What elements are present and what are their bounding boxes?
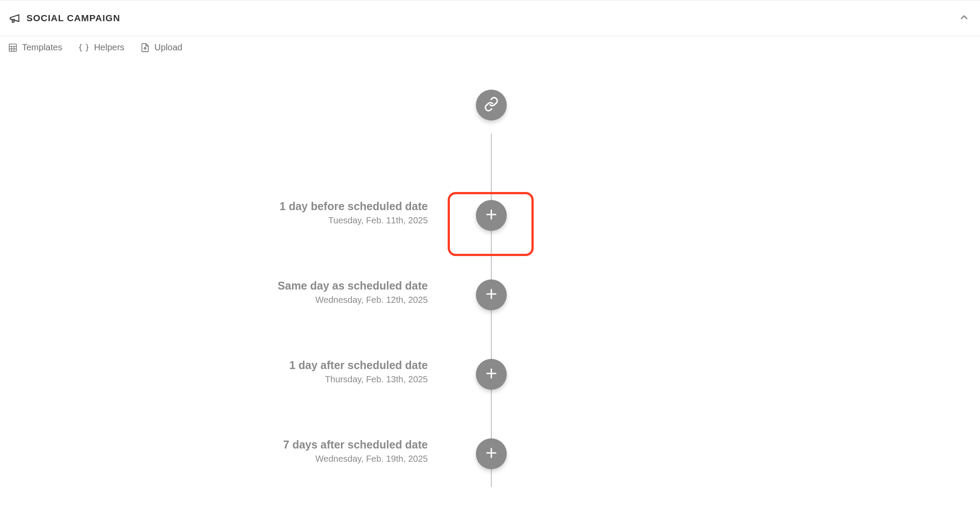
timeline-row-labels: 1 day after scheduled date Thursday, Feb… (172, 359, 428, 384)
panel-header: SOCIAL CAMPAIGN (0, 0, 980, 36)
timeline-row-7-after: 7 days after scheduled date Wednesday, F… (0, 438, 980, 469)
timeline-row-labels: Same day as scheduled date Wednesday, Fe… (172, 279, 428, 305)
timeline-row-labels: 1 day before scheduled date Tuesday, Feb… (172, 200, 428, 226)
templates-icon (8, 43, 18, 53)
plus-icon (484, 366, 499, 383)
timeline-row-date: Tuesday, Feb. 11th, 2025 (172, 215, 428, 226)
add-post-button[interactable] (476, 279, 507, 310)
panel-title: SOCIAL CAMPAIGN (26, 13, 957, 23)
timeline: 1 day before scheduled date Tuesday, Feb… (0, 76, 980, 505)
timeline-row-title: Same day as scheduled date (172, 279, 428, 292)
timeline-row-title: 7 days after scheduled date (172, 438, 428, 451)
collapse-toggle[interactable] (957, 10, 971, 26)
link-node[interactable] (476, 90, 507, 121)
timeline-row-labels: 7 days after scheduled date Wednesday, F… (172, 438, 428, 464)
timeline-row-same-day: Same day as scheduled date Wednesday, Fe… (0, 279, 980, 310)
add-post-button[interactable] (476, 438, 507, 469)
megaphone-icon (9, 12, 20, 24)
add-post-button[interactable] (476, 200, 507, 231)
timeline-row-date: Wednesday, Feb. 12th, 2025 (172, 295, 428, 305)
add-post-button[interactable] (476, 359, 507, 390)
braces-icon (78, 43, 90, 53)
upload-icon (140, 43, 150, 53)
plus-icon (484, 207, 499, 224)
timeline-row-1-before: 1 day before scheduled date Tuesday, Feb… (0, 200, 980, 231)
timeline-connector (491, 134, 492, 487)
timeline-row-date: Wednesday, Feb. 19th, 2025 (172, 454, 428, 464)
templates-label: Templates (22, 42, 62, 53)
plus-icon (484, 445, 499, 462)
timeline-row-date: Thursday, Feb. 13th, 2025 (172, 374, 428, 384)
svg-rect-0 (9, 44, 17, 51)
toolbar: Templates Helpers Upload (0, 36, 980, 59)
timeline-row-1-after: 1 day after scheduled date Thursday, Feb… (0, 359, 980, 390)
upload-button[interactable]: Upload (140, 42, 182, 53)
plus-icon (484, 286, 499, 303)
timeline-row-title: 1 day after scheduled date (172, 359, 428, 372)
upload-label: Upload (154, 42, 182, 53)
timeline-row-title: 1 day before scheduled date (172, 200, 428, 213)
templates-button[interactable]: Templates (8, 42, 62, 53)
link-icon (484, 97, 499, 113)
helpers-button[interactable]: Helpers (78, 42, 124, 53)
social-campaign-panel: SOCIAL CAMPAIGN Templates (0, 0, 980, 505)
helpers-label: Helpers (94, 42, 124, 53)
